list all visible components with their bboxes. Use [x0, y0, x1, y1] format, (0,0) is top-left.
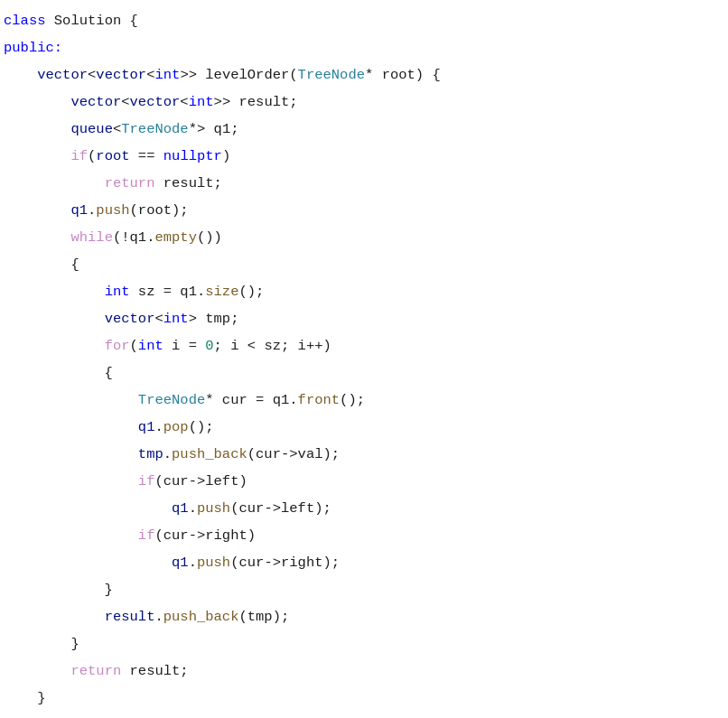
token: {: [4, 256, 79, 273]
token: [4, 419, 138, 435]
token: vector: [37, 67, 88, 83]
token: [4, 446, 138, 462]
line-content: }: [0, 685, 728, 711]
token: (cur->left);: [230, 500, 331, 517]
token: [4, 284, 105, 300]
token: int: [189, 94, 214, 110]
token: [4, 338, 105, 354]
code-line: q1.push(cur->left);: [0, 495, 728, 522]
token: [4, 311, 105, 327]
code-line: if(cur->left): [0, 468, 728, 495]
token: <: [121, 94, 129, 110]
code-line: public:: [0, 34, 728, 61]
token: (: [130, 338, 138, 354]
code-line: vector<vector<int>> result;: [0, 89, 728, 116]
line-content: if(cur->left): [0, 469, 728, 494]
line-content: q1.push(cur->left);: [0, 496, 728, 521]
code-line: queue<TreeNode*> q1;: [0, 116, 728, 143]
token: 0: [205, 338, 213, 354]
code-line: class Solution {: [0, 7, 728, 34]
token: ();: [238, 284, 264, 300]
token: if: [138, 527, 155, 544]
token: >> levelOrder(: [180, 67, 297, 83]
token: *> q1;: [189, 121, 239, 137]
token: result;: [154, 175, 221, 191]
token: vector: [130, 94, 181, 110]
token: ();: [189, 419, 214, 435]
line-content: {: [0, 360, 728, 386]
token: if: [138, 473, 155, 490]
token: result: [105, 609, 155, 625]
token: root: [96, 148, 129, 164]
token: sz = q1.: [130, 284, 206, 300]
token: tmp: [138, 446, 163, 462]
token: (cur->right): [154, 527, 256, 544]
token: int: [154, 67, 180, 83]
line-content: vector<vector<int>> levelOrder(TreeNode*…: [0, 62, 728, 88]
token: > tmp;: [189, 311, 239, 327]
token: q1: [138, 419, 155, 435]
token: result;: [121, 663, 188, 679]
token: nullptr: [163, 148, 222, 164]
token: [4, 229, 70, 246]
line-content: {: [0, 252, 728, 277]
line-content: if(cur->right): [0, 523, 728, 548]
token: .: [163, 446, 172, 462]
line-content: for(int i = 0; i < sz; i++): [0, 333, 728, 359]
token: q1: [172, 555, 189, 571]
line-content: }: [0, 577, 728, 602]
token: TreeNode: [121, 121, 188, 137]
line-content: queue<TreeNode*> q1;: [0, 117, 728, 142]
code-line: return result;: [0, 170, 728, 197]
token: ();: [340, 392, 365, 408]
code-block: class Solution {public: vector<vector<in…: [0, 7, 728, 718]
token: [4, 175, 105, 191]
code-line: }: [0, 576, 728, 603]
token: (root);: [130, 202, 189, 219]
line-content: }: [0, 631, 728, 657]
token: .: [154, 609, 163, 625]
code-line: vector<int> tmp;: [0, 305, 728, 332]
token: [4, 473, 138, 490]
token: ; i < sz; i++): [214, 338, 331, 354]
token: (tmp);: [238, 609, 289, 625]
code-line: vector<vector<int>> levelOrder(TreeNode*…: [0, 61, 728, 89]
token: [4, 555, 172, 571]
line-content: q1.pop();: [0, 415, 728, 440]
token: Solution {: [46, 13, 138, 29]
token: {: [4, 365, 113, 381]
code-line: };: [0, 712, 728, 718]
token: queue: [70, 121, 113, 137]
line-content: result.push_back(tmp);: [0, 604, 728, 629]
line-content: vector<vector<int>> result;: [0, 89, 728, 115]
line-content: int sz = q1.size();: [0, 279, 728, 304]
token: front: [298, 392, 341, 408]
token: (!q1.: [113, 229, 155, 246]
token: [4, 148, 70, 164]
token: ()): [197, 229, 222, 246]
token: .: [189, 555, 197, 571]
line-content: tmp.push_back(cur->val);: [0, 442, 728, 467]
token: }: [4, 636, 79, 652]
code-line: if(cur->right): [0, 522, 728, 549]
code-line: }: [0, 630, 728, 657]
token: if: [70, 148, 88, 164]
token: int: [105, 284, 130, 300]
token: int: [138, 338, 163, 354]
token: return: [105, 175, 155, 191]
token: empty: [154, 229, 197, 246]
token: (cur->right);: [230, 555, 340, 571]
token: [4, 500, 172, 517]
token: pop: [163, 419, 189, 435]
token: class: [4, 13, 46, 29]
token: i =: [163, 338, 206, 354]
token: [4, 94, 70, 110]
token: [4, 527, 138, 544]
token: ): [222, 148, 230, 164]
token: push: [197, 555, 230, 571]
code-line: result.push_back(tmp);: [0, 603, 728, 630]
token: q1: [172, 500, 189, 517]
token: [4, 609, 105, 625]
token: <: [113, 121, 121, 137]
token: int: [163, 311, 189, 327]
